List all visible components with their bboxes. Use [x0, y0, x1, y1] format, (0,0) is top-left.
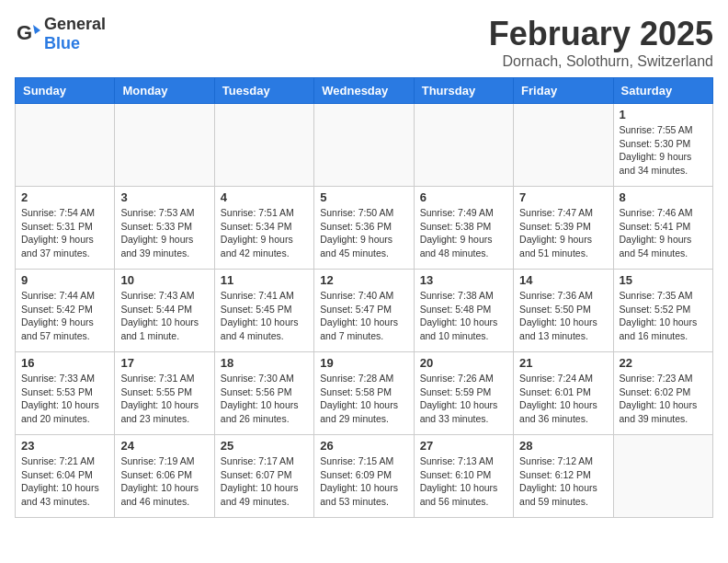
calendar-week-row: 1Sunrise: 7:55 AM Sunset: 5:30 PM Daylig…	[16, 104, 713, 187]
calendar-day-cell: 15Sunrise: 7:35 AM Sunset: 5:52 PM Dayli…	[613, 270, 712, 352]
day-info: Sunrise: 7:40 AM Sunset: 5:47 PM Dayligh…	[320, 289, 407, 343]
day-number: 15	[620, 273, 707, 287]
calendar-day-cell: 27Sunrise: 7:13 AM Sunset: 6:10 PM Dayli…	[414, 435, 513, 518]
calendar-day-cell	[16, 104, 115, 187]
calendar-day-cell: 14Sunrise: 7:36 AM Sunset: 5:50 PM Dayli…	[514, 270, 613, 352]
day-info: Sunrise: 7:26 AM Sunset: 5:59 PM Dayligh…	[420, 372, 507, 426]
calendar-day-header: Monday	[115, 78, 214, 104]
calendar-title: February 2025	[489, 15, 713, 53]
svg-marker-1	[33, 25, 40, 34]
day-info: Sunrise: 7:38 AM Sunset: 5:48 PM Dayligh…	[420, 289, 507, 343]
calendar-day-cell	[514, 104, 613, 187]
calendar-day-cell	[115, 104, 214, 187]
calendar-day-cell	[414, 104, 513, 187]
day-number: 22	[620, 356, 707, 370]
logo-general-text: General	[44, 15, 106, 33]
calendar-day-cell: 1Sunrise: 7:55 AM Sunset: 5:30 PM Daylig…	[613, 104, 712, 187]
calendar-week-row: 2Sunrise: 7:54 AM Sunset: 5:31 PM Daylig…	[16, 187, 713, 270]
calendar-day-header: Saturday	[613, 78, 712, 104]
svg-text:G: G	[17, 21, 32, 44]
calendar-day-cell: 12Sunrise: 7:40 AM Sunset: 5:47 PM Dayli…	[314, 270, 414, 352]
calendar-day-cell: 16Sunrise: 7:33 AM Sunset: 5:53 PM Dayli…	[16, 352, 115, 435]
day-number: 6	[420, 190, 507, 204]
calendar-day-cell: 11Sunrise: 7:41 AM Sunset: 5:45 PM Dayli…	[214, 270, 313, 352]
day-number: 13	[420, 273, 507, 287]
day-info: Sunrise: 7:24 AM Sunset: 6:01 PM Dayligh…	[519, 372, 607, 426]
calendar-day-cell: 9Sunrise: 7:44 AM Sunset: 5:42 PM Daylig…	[16, 270, 115, 352]
calendar-day-cell	[613, 435, 712, 518]
day-number: 2	[21, 190, 108, 204]
day-info: Sunrise: 7:51 AM Sunset: 5:34 PM Dayligh…	[221, 206, 308, 260]
day-info: Sunrise: 7:33 AM Sunset: 5:53 PM Dayligh…	[21, 372, 108, 426]
day-number: 21	[519, 356, 607, 370]
calendar-day-cell: 19Sunrise: 7:28 AM Sunset: 5:58 PM Dayli…	[314, 352, 414, 435]
day-info: Sunrise: 7:55 AM Sunset: 5:30 PM Dayligh…	[620, 123, 707, 178]
day-info: Sunrise: 7:44 AM Sunset: 5:42 PM Dayligh…	[21, 289, 108, 343]
logo-icon: G	[15, 21, 40, 47]
calendar-day-cell: 10Sunrise: 7:43 AM Sunset: 5:44 PM Dayli…	[115, 270, 214, 352]
day-number: 17	[120, 356, 208, 370]
calendar-day-header: Sunday	[16, 78, 115, 104]
day-number: 28	[519, 439, 607, 453]
day-number: 9	[21, 273, 108, 287]
calendar-day-cell: 17Sunrise: 7:31 AM Sunset: 5:55 PM Dayli…	[115, 352, 214, 435]
day-number: 11	[221, 273, 308, 287]
day-info: Sunrise: 7:17 AM Sunset: 6:07 PM Dayligh…	[221, 454, 308, 509]
calendar-table: SundayMondayTuesdayWednesdayThursdayFrid…	[15, 77, 713, 518]
day-info: Sunrise: 7:28 AM Sunset: 5:58 PM Dayligh…	[320, 372, 407, 426]
calendar-week-row: 16Sunrise: 7:33 AM Sunset: 5:53 PM Dayli…	[16, 352, 713, 435]
calendar-day-cell	[214, 104, 313, 187]
day-info: Sunrise: 7:46 AM Sunset: 5:41 PM Dayligh…	[620, 206, 707, 260]
day-info: Sunrise: 7:49 AM Sunset: 5:38 PM Dayligh…	[420, 206, 507, 260]
day-number: 5	[320, 190, 407, 204]
day-info: Sunrise: 7:13 AM Sunset: 6:10 PM Dayligh…	[420, 454, 507, 509]
day-info: Sunrise: 7:36 AM Sunset: 5:50 PM Dayligh…	[519, 289, 607, 343]
calendar-day-cell: 4Sunrise: 7:51 AM Sunset: 5:34 PM Daylig…	[214, 187, 313, 270]
logo-blue-text: Blue	[44, 34, 80, 52]
calendar-day-cell	[314, 104, 414, 187]
day-info: Sunrise: 7:41 AM Sunset: 5:45 PM Dayligh…	[221, 289, 308, 343]
day-number: 1	[620, 108, 707, 121]
day-number: 7	[519, 190, 607, 204]
calendar-day-cell: 5Sunrise: 7:50 AM Sunset: 5:36 PM Daylig…	[314, 187, 414, 270]
day-info: Sunrise: 7:12 AM Sunset: 6:12 PM Dayligh…	[519, 454, 607, 509]
calendar-day-cell: 8Sunrise: 7:46 AM Sunset: 5:41 PM Daylig…	[613, 187, 712, 270]
day-number: 4	[221, 190, 308, 204]
calendar-day-cell: 2Sunrise: 7:54 AM Sunset: 5:31 PM Daylig…	[16, 187, 115, 270]
day-info: Sunrise: 7:23 AM Sunset: 6:02 PM Dayligh…	[620, 372, 707, 426]
day-number: 20	[420, 356, 507, 370]
day-info: Sunrise: 7:50 AM Sunset: 5:36 PM Dayligh…	[320, 206, 407, 260]
day-number: 24	[120, 439, 208, 453]
day-info: Sunrise: 7:43 AM Sunset: 5:44 PM Dayligh…	[120, 289, 208, 343]
logo: G General Blue	[15, 15, 106, 53]
calendar-day-cell: 23Sunrise: 7:21 AM Sunset: 6:04 PM Dayli…	[16, 435, 115, 518]
day-number: 14	[519, 273, 607, 287]
day-number: 10	[120, 273, 208, 287]
day-info: Sunrise: 7:53 AM Sunset: 5:33 PM Dayligh…	[120, 206, 208, 260]
day-number: 19	[320, 356, 407, 370]
calendar-week-row: 9Sunrise: 7:44 AM Sunset: 5:42 PM Daylig…	[16, 270, 713, 352]
calendar-day-header: Tuesday	[214, 78, 313, 104]
calendar-day-cell: 28Sunrise: 7:12 AM Sunset: 6:12 PM Dayli…	[514, 435, 613, 518]
calendar-day-cell: 18Sunrise: 7:30 AM Sunset: 5:56 PM Dayli…	[214, 352, 313, 435]
day-info: Sunrise: 7:15 AM Sunset: 6:09 PM Dayligh…	[320, 454, 407, 509]
day-info: Sunrise: 7:30 AM Sunset: 5:56 PM Dayligh…	[221, 372, 308, 426]
calendar-day-header: Friday	[514, 78, 613, 104]
day-info: Sunrise: 7:47 AM Sunset: 5:39 PM Dayligh…	[519, 206, 607, 260]
day-number: 8	[620, 190, 707, 204]
day-info: Sunrise: 7:54 AM Sunset: 5:31 PM Dayligh…	[21, 206, 108, 260]
day-info: Sunrise: 7:31 AM Sunset: 5:55 PM Dayligh…	[120, 372, 208, 426]
day-info: Sunrise: 7:21 AM Sunset: 6:04 PM Dayligh…	[21, 454, 108, 509]
day-number: 18	[221, 356, 308, 370]
calendar-week-row: 23Sunrise: 7:21 AM Sunset: 6:04 PM Dayli…	[16, 435, 713, 518]
page-header: G General Blue February 2025 Dornach, So…	[15, 15, 713, 70]
day-number: 16	[21, 356, 108, 370]
calendar-day-cell: 21Sunrise: 7:24 AM Sunset: 6:01 PM Dayli…	[514, 352, 613, 435]
calendar-day-cell: 6Sunrise: 7:49 AM Sunset: 5:38 PM Daylig…	[414, 187, 513, 270]
calendar-day-cell: 13Sunrise: 7:38 AM Sunset: 5:48 PM Dayli…	[414, 270, 513, 352]
day-info: Sunrise: 7:19 AM Sunset: 6:06 PM Dayligh…	[120, 454, 208, 509]
day-number: 3	[120, 190, 208, 204]
calendar-day-header: Wednesday	[314, 78, 414, 104]
day-number: 27	[420, 439, 507, 453]
calendar-day-cell: 20Sunrise: 7:26 AM Sunset: 5:59 PM Dayli…	[414, 352, 513, 435]
